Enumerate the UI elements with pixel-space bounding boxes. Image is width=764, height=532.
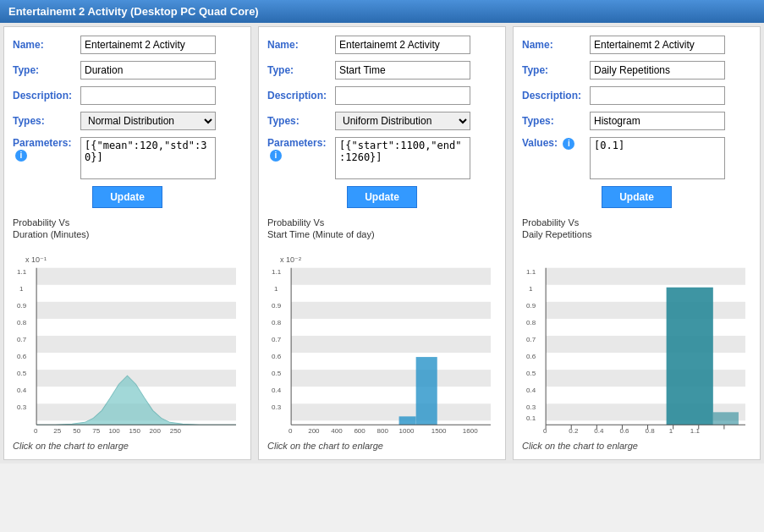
svg-text:0.8: 0.8 [272, 319, 282, 326]
svg-text:250: 250 [170, 427, 182, 435]
svg-text:1: 1 [274, 284, 278, 292]
svg-text:0.6: 0.6 [17, 353, 27, 360]
params-label-2: Parameters: i [267, 137, 335, 162]
name-row-3: Name: [522, 36, 751, 54]
svg-text:0.8: 0.8 [17, 319, 27, 326]
svg-text:75: 75 [92, 427, 100, 435]
title-bar: Entertainemt 2 Activity (Desktop PC Quad… [0, 0, 764, 23]
update-button-3[interactable]: Update [602, 186, 672, 208]
svg-text:1000: 1000 [399, 427, 415, 435]
svg-text:0.9: 0.9 [17, 301, 27, 309]
type-row-1: Type: [13, 61, 242, 80]
type-label-3: Type: [522, 64, 590, 76]
chart-area-2[interactable]: x 10⁻² 1.1 1 0.9 0.8 0.7 0.6 0.5 0.4 0.3 [267, 243, 497, 437]
svg-rect-62 [546, 267, 745, 284]
desc-input-2[interactable] [335, 86, 470, 105]
values-row-3: Values: i [0.1] [522, 137, 751, 179]
starttime-panel: Name: Type: Description: Types: Uniform … [258, 26, 506, 460]
type-input-3[interactable] [590, 61, 725, 80]
name-label-1: Name: [13, 39, 80, 51]
svg-text:0.3: 0.3 [272, 403, 282, 411]
info-icon-1[interactable]: i [15, 150, 27, 162]
chart-area-1[interactable]: x 10⁻¹ 1.1 1 0.9 0.8 0.7 0.6 0.5 0.4 0.3 [13, 243, 242, 437]
name-input-3[interactable] [590, 36, 725, 54]
svg-text:600: 600 [354, 427, 366, 435]
name-label-3: Name: [522, 39, 590, 51]
desc-label-3: Description: [522, 90, 590, 101]
chart-svg-2: x 10⁻² 1.1 1 0.9 0.8 0.7 0.6 0.5 0.4 0.3 [267, 243, 497, 437]
desc-row-2: Description: [267, 86, 497, 105]
params-label-1: Parameters: i [13, 137, 80, 162]
svg-text:1.1: 1.1 [17, 267, 27, 275]
svg-rect-67 [667, 287, 713, 425]
svg-text:0.5: 0.5 [526, 370, 536, 377]
update-button-2[interactable]: Update [347, 186, 417, 208]
svg-text:0.2: 0.2 [569, 427, 579, 435]
desc-label-2: Description: [267, 90, 335, 101]
params-row-2: Parameters: i [{"start":1100,"end":1260}… [267, 137, 497, 179]
chart-title-3: Probability Vs Daily Repetitions [522, 217, 751, 241]
svg-rect-35 [291, 267, 491, 284]
svg-rect-10 [36, 267, 236, 284]
chart-click-note-3: Click on the chart to enlarge [522, 441, 751, 451]
types-label-1: Types: [13, 115, 80, 127]
desc-input-3[interactable] [590, 86, 725, 105]
svg-rect-38 [291, 370, 491, 387]
svg-text:0.6: 0.6 [619, 427, 629, 435]
chart-click-note-1: Click on the chart to enlarge [13, 441, 242, 451]
svg-text:0.5: 0.5 [17, 370, 27, 377]
svg-text:0.3: 0.3 [526, 403, 536, 411]
types-input-3[interactable] [590, 112, 725, 130]
svg-text:0.9: 0.9 [526, 301, 536, 309]
chart-area-3[interactable]: 1.1 1 0.9 0.8 0.7 0.6 0.5 0.4 0.3 0.1 [522, 243, 751, 437]
info-icon-3[interactable]: i [563, 138, 574, 150]
params-textarea-2[interactable]: [{"start":1100,"end":1260}] [335, 137, 470, 179]
types-select-1[interactable]: Normal Distribution Uniform Distribution… [80, 112, 216, 130]
svg-text:1500: 1500 [431, 427, 447, 435]
desc-input-1[interactable] [80, 86, 216, 105]
svg-text:0.7: 0.7 [17, 336, 27, 343]
update-button-1[interactable]: Update [92, 186, 162, 208]
type-label-1: Type: [13, 64, 80, 76]
svg-text:1600: 1600 [463, 427, 478, 435]
desc-row-3: Description: [522, 86, 751, 105]
svg-rect-41 [399, 416, 416, 425]
name-label-2: Name: [267, 39, 335, 51]
svg-text:1.1: 1.1 [526, 267, 536, 275]
type-row-2: Type: [267, 61, 497, 80]
info-icon-2[interactable]: i [270, 150, 282, 162]
name-input-2[interactable] [335, 36, 470, 54]
window-title: Entertainemt 2 Activity (Desktop PC Quad… [8, 5, 259, 18]
svg-text:0.6: 0.6 [526, 353, 536, 360]
types-select-2[interactable]: Uniform Distribution Normal Distribution… [335, 112, 470, 130]
types-row-1: Types: Normal Distribution Uniform Distr… [13, 112, 242, 130]
types-label-3: Types: [522, 115, 590, 127]
type-input-2[interactable] [335, 61, 470, 80]
svg-text:0.1: 0.1 [526, 414, 536, 422]
svg-text:25: 25 [53, 427, 61, 435]
svg-text:0.3: 0.3 [17, 403, 27, 411]
chart-title-1: Probability Vs Duration (Minutes) [13, 217, 242, 241]
svg-text:50: 50 [73, 427, 80, 435]
svg-text:400: 400 [331, 427, 343, 435]
name-row-1: Name: [13, 36, 242, 54]
params-textarea-1[interactable]: [{"mean":120,"std":30}] [80, 137, 216, 179]
desc-label-1: Description: [13, 90, 80, 101]
svg-text:1.1: 1.1 [272, 267, 282, 275]
svg-rect-63 [546, 301, 745, 318]
svg-text:0.7: 0.7 [272, 336, 282, 343]
name-input-1[interactable] [80, 36, 216, 54]
chart-click-note-2: Click on the chart to enlarge [267, 441, 497, 451]
type-input-1[interactable] [80, 61, 216, 80]
name-row-2: Name: [267, 36, 497, 54]
values-textarea-3[interactable]: [0.1] [590, 137, 725, 179]
svg-text:0.8: 0.8 [646, 427, 656, 435]
svg-text:150: 150 [129, 427, 141, 435]
chart-svg-1: x 10⁻¹ 1.1 1 0.9 0.8 0.7 0.6 0.5 0.4 0.3 [13, 243, 242, 437]
svg-rect-36 [291, 301, 491, 318]
svg-text:0.9: 0.9 [272, 301, 282, 309]
svg-rect-39 [291, 403, 491, 420]
svg-text:0: 0 [34, 427, 38, 435]
svg-text:0.4: 0.4 [17, 387, 27, 394]
svg-text:0.4: 0.4 [594, 427, 604, 435]
